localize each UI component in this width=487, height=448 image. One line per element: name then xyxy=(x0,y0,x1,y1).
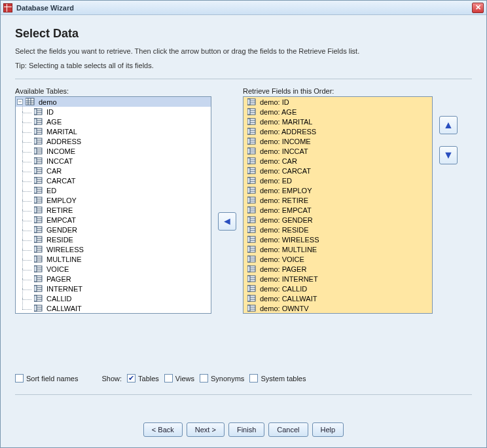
retrieve-field-item[interactable]: demo: EMPCAT xyxy=(244,205,432,215)
retrieve-field-item[interactable]: demo: CALLWAIT xyxy=(244,293,432,303)
retrieve-field-item[interactable]: demo: EMPLOY xyxy=(244,185,432,195)
tree-field-node[interactable]: ED xyxy=(16,185,211,195)
field-icon xyxy=(247,186,256,195)
retrieve-field-item[interactable]: demo: ID xyxy=(244,97,432,107)
field-icon xyxy=(247,235,256,244)
checkbox-box: ✔ xyxy=(127,374,135,383)
move-down-button[interactable]: ▼ xyxy=(439,146,458,164)
retrieve-field-item[interactable]: demo: RETIRE xyxy=(244,195,432,205)
system-tables-checkbox[interactable]: System tables xyxy=(249,374,306,383)
tree-field-node[interactable]: INTERNET xyxy=(16,284,211,293)
tree-field-node[interactable]: RESIDE xyxy=(16,234,211,244)
next-button[interactable]: Next > xyxy=(187,422,225,437)
tree-field-node[interactable]: CARCAT xyxy=(16,176,211,185)
tree-field-node[interactable]: CALLID xyxy=(16,293,211,303)
retrieve-field-item[interactable]: demo: OWNTV xyxy=(244,303,432,313)
tree-field-node[interactable]: INCCAT xyxy=(16,156,211,166)
field-name: ID xyxy=(45,108,54,116)
page-title: Select Data xyxy=(15,27,472,41)
checkbox-box xyxy=(249,374,258,383)
field-name: INCCAT xyxy=(45,157,73,165)
retrieve-fields-list[interactable]: demo: IDdemo: AGEdemo: MARITALdemo: ADDR… xyxy=(243,96,433,314)
retrieve-field-item[interactable]: demo: PAGER xyxy=(244,264,432,274)
retrieve-field-item[interactable]: demo: VOICE xyxy=(244,254,432,264)
retrieve-field-text: demo: OWNTV xyxy=(259,305,309,312)
retrieve-field-item[interactable]: demo: CALLID xyxy=(244,284,432,293)
move-left-button[interactable]: ◄ xyxy=(218,212,236,231)
tree-field-node[interactable]: EMPCAT xyxy=(16,215,211,225)
cancel-button[interactable]: Cancel xyxy=(268,422,308,437)
tree-field-node[interactable]: GENDER xyxy=(16,225,211,234)
retrieve-field-item[interactable]: demo: AGE xyxy=(244,107,432,117)
help-button[interactable]: Help xyxy=(312,422,344,437)
retrieve-field-text: demo: AGE xyxy=(259,108,297,116)
tree-field-node[interactable]: CALLWAIT xyxy=(16,303,211,313)
sort-field-names-checkbox[interactable]: Sort field names xyxy=(15,374,78,383)
field-icon xyxy=(34,206,43,214)
tree-field-node[interactable]: ID xyxy=(16,107,211,117)
retrieve-field-item[interactable]: demo: INCOME xyxy=(244,136,432,146)
field-icon xyxy=(247,206,256,214)
tables-checkbox[interactable]: ✔ Tables xyxy=(127,374,159,383)
checkbox-label: System tables xyxy=(261,375,306,383)
field-icon xyxy=(34,157,43,165)
retrieve-field-item[interactable]: demo: MULTLINE xyxy=(244,244,432,254)
retrieve-field-item[interactable]: demo: ADDRESS xyxy=(244,126,432,136)
checkbox-box xyxy=(164,374,173,383)
retrieve-field-text: demo: VOICE xyxy=(259,255,304,263)
checkbox-label: Views xyxy=(175,375,194,383)
tree-field-node[interactable]: WIRELESS xyxy=(16,244,211,254)
tree-field-node[interactable]: MULTLINE xyxy=(16,254,211,264)
field-name: EMPCAT xyxy=(45,216,76,224)
retrieve-field-text: demo: PAGER xyxy=(259,265,306,273)
field-name: WIRELESS xyxy=(45,246,84,253)
field-name: ED xyxy=(45,187,56,195)
tree-field-node[interactable]: ADDRESS xyxy=(16,136,211,146)
tree-field-node[interactable]: EMPLOY xyxy=(16,195,211,205)
retrieve-field-item[interactable]: demo: MARITAL xyxy=(244,117,432,126)
retrieve-field-item[interactable]: demo: INTERNET xyxy=(244,274,432,284)
field-icon xyxy=(247,157,256,165)
retrieve-field-item[interactable]: demo: CAR xyxy=(244,156,432,166)
retrieve-field-text: demo: GENDER xyxy=(259,216,313,224)
available-tables-list[interactable]: −demoIDAGEMARITALADDRESSINCOMEINCCATCARC… xyxy=(15,96,211,314)
field-name: GENDER xyxy=(45,226,77,234)
tree-field-node[interactable]: AGE xyxy=(16,117,211,126)
retrieve-field-item[interactable]: demo: ED xyxy=(244,176,432,185)
field-name: EMPLOY xyxy=(45,196,77,204)
tree-field-node[interactable]: MARITAL xyxy=(16,126,211,136)
field-icon xyxy=(34,284,43,293)
field-icon xyxy=(34,304,43,312)
tree-field-node[interactable]: CAR xyxy=(16,166,211,176)
move-up-button[interactable]: ▲ xyxy=(439,116,458,134)
tree-field-node[interactable]: RETIRE xyxy=(16,205,211,215)
tree-field-node[interactable]: PAGER xyxy=(16,274,211,284)
tree-field-node[interactable]: VOICE xyxy=(16,264,211,274)
field-icon xyxy=(247,196,256,204)
close-button[interactable]: ✕ xyxy=(472,3,484,13)
retrieve-field-text: demo: INCCAT xyxy=(259,147,308,155)
retrieve-field-item[interactable]: demo: CARCAT xyxy=(244,166,432,176)
footer-buttons: < Back Next > Finish Cancel Help xyxy=(15,403,472,441)
tree-field-node[interactable]: INCOME xyxy=(16,146,211,156)
field-icon xyxy=(34,186,43,195)
retrieve-field-text: demo: ID xyxy=(259,98,289,106)
field-name: RETIRE xyxy=(45,206,73,214)
field-icon xyxy=(34,255,43,263)
views-checkbox[interactable]: Views xyxy=(164,374,194,383)
tree-table-node[interactable]: −demo xyxy=(16,97,211,107)
back-button[interactable]: < Back xyxy=(143,422,183,437)
retrieve-field-item[interactable]: demo: RESIDE xyxy=(244,225,432,234)
client-area: Select Data Select the fields you want t… xyxy=(1,15,486,447)
field-name: VOICE xyxy=(45,265,69,273)
synonyms-checkbox[interactable]: Synonyms xyxy=(200,374,244,383)
retrieve-field-text: demo: CALLWAIT xyxy=(259,295,317,303)
retrieve-field-item[interactable]: demo: INCCAT xyxy=(244,146,432,156)
finish-button[interactable]: Finish xyxy=(228,422,264,437)
available-tables-label: Available Tables: xyxy=(15,87,211,95)
instructions-text: Select the fields you want to retrieve. … xyxy=(15,47,472,55)
retrieve-field-item[interactable]: demo: WIRELESS xyxy=(244,234,432,244)
retrieve-field-item[interactable]: demo: GENDER xyxy=(244,215,432,225)
field-name: CALLID xyxy=(45,295,72,303)
field-icon xyxy=(34,274,43,283)
